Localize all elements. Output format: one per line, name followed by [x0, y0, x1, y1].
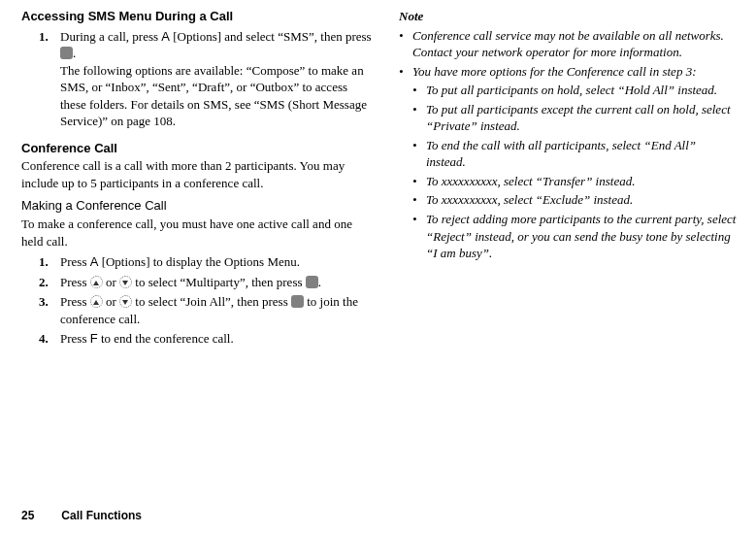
step-body: Press or to select “Join All”, then pres… — [60, 293, 376, 327]
make-step-3: 3. Press or to select “Join All”, then p… — [39, 293, 376, 327]
text: or — [103, 294, 119, 309]
step-body: Press or to select “Multiparty”, then pr… — [60, 274, 376, 291]
heading-conference-call: Conference Call — [21, 140, 376, 157]
bullet-dot: • — [399, 63, 412, 81]
heading-making-conference: Making a Conference Call — [21, 197, 376, 215]
step-number: 4. — [39, 330, 60, 348]
bullet-text: To put all participants except the curre… — [426, 101, 739, 135]
bullet-text: You have more options for the Conference… — [412, 63, 739, 81]
sub-bullet: • To xxxxxxxxxx, select “Transfer” inste… — [412, 173, 739, 190]
bullet-text: To reject adding more participants to th… — [426, 211, 739, 262]
step-body: Press A [Options] to display the Options… — [60, 253, 376, 271]
bullet-text: To end the call with all participants, s… — [426, 137, 739, 171]
down-arrow-icon — [119, 295, 132, 308]
ok-button-icon — [291, 295, 304, 308]
text: [Options] and select “SMS”, then press — [170, 29, 372, 44]
bullet-text: To xxxxxxxxxx, select “Transfer” instead… — [426, 173, 739, 190]
text: to end the conference call. — [98, 331, 234, 346]
text: to select “Multiparty”, then press — [132, 275, 306, 289]
making-intro: To make a conference call, you must have… — [21, 216, 376, 250]
step-detail: The following options are available: “Co… — [60, 62, 376, 130]
text: or — [103, 275, 119, 289]
make-step-4: 4. Press F to end the conference call. — [39, 330, 376, 348]
text: [Options] to display the Options Menu. — [98, 254, 300, 269]
key-label-a: A — [161, 29, 170, 44]
note-list: • Conference call service may not be ava… — [399, 27, 739, 262]
bullet-text: To put all participants on hold, select … — [426, 82, 739, 99]
step-1: 1. During a call, press A [Options] and … — [39, 28, 376, 134]
bullet-dot: • — [412, 191, 426, 209]
up-arrow-icon — [90, 295, 103, 308]
make-step-1: 1. Press A [Options] to display the Opti… — [39, 253, 376, 271]
step-number: 3. — [39, 293, 60, 327]
step-body: Press F to end the conference call. — [60, 330, 376, 348]
sub-bullet: • To end the call with all participants,… — [412, 137, 739, 171]
step-number: 1. — [39, 253, 60, 271]
bullet-dot: • — [399, 27, 412, 61]
bullet-dot: • — [412, 173, 426, 190]
text: Press — [60, 275, 90, 289]
sub-bullet: • To put all participants except the cur… — [412, 101, 739, 135]
text: Press — [60, 254, 90, 269]
sub-bullet: • To put all participants on hold, selec… — [412, 82, 739, 99]
down-arrow-icon — [119, 276, 132, 288]
bullet-dot: • — [412, 211, 426, 262]
text: . — [73, 46, 76, 60]
page-number: 25 — [21, 509, 34, 522]
step-body: During a call, press A [Options] and sel… — [60, 28, 376, 134]
text: . — [318, 275, 321, 289]
page-footer: 25Call Functions — [21, 508, 142, 523]
text: to select “Join All”, then press — [132, 294, 291, 309]
bullet-dot: • — [412, 101, 426, 135]
note-bullet-2: • You have more options for the Conferen… — [399, 63, 739, 81]
bullet-text: Conference call service may not be avail… — [412, 27, 739, 61]
note-bullet-1: • Conference call service may not be ava… — [399, 27, 739, 61]
note-heading: Note — [399, 8, 739, 25]
make-step-2: 2. Press or to select “Multiparty”, then… — [39, 274, 376, 291]
up-arrow-icon — [90, 276, 103, 288]
key-label-f: F — [90, 331, 98, 346]
section-name: Call Functions — [61, 509, 142, 522]
ok-button-icon — [60, 47, 73, 59]
bullet-dot: • — [412, 82, 426, 99]
sub-bullet: • To xxxxxxxxxx, select “Exclude” instea… — [412, 191, 739, 209]
text: Press — [60, 294, 90, 309]
conference-intro: Conference call is a call with more than… — [21, 157, 376, 191]
heading-accessing-sms: Accessing SMS Menu During a Call — [21, 8, 376, 25]
bullet-text: To xxxxxxxxxx, select “Exclude” instead. — [426, 191, 739, 209]
note-sub-bullets: • To put all participants on hold, selec… — [412, 82, 739, 261]
sub-bullet: • To reject adding more participants to … — [412, 211, 739, 262]
bullet-dot: • — [412, 137, 426, 171]
text: During a call, press — [60, 29, 161, 44]
text: Press — [60, 331, 90, 346]
step-number: 2. — [39, 274, 60, 291]
step-number: 1. — [39, 28, 60, 134]
ok-button-icon — [306, 276, 318, 288]
